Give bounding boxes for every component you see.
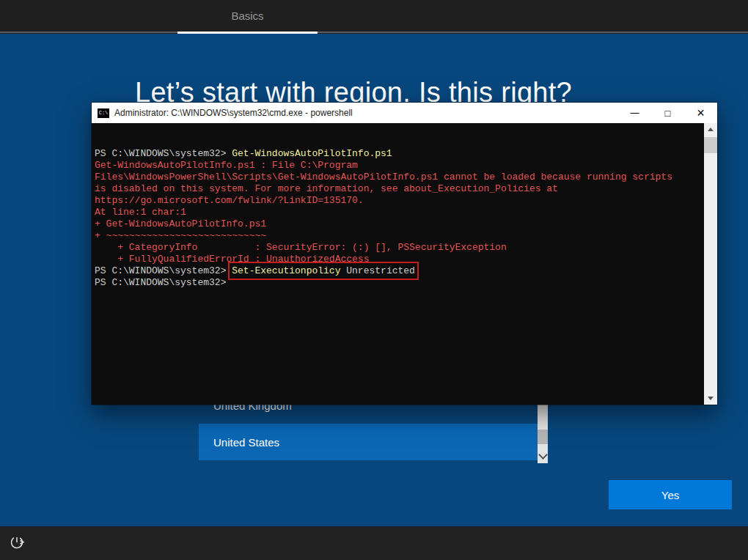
terminal-line: is disabled on this system. For more inf… (95, 183, 703, 195)
terminal-line: https://go.microsoft.com/fwlink/?LinkID=… (95, 195, 703, 207)
active-tab-indicator (177, 32, 318, 34)
terminal-screen[interactable]: PS C:\WINDOWS\system32> Get-WindowsAutoP… (92, 123, 717, 405)
yes-button-label: Yes (661, 489, 679, 501)
terminal-line: At line:1 char:1 (95, 207, 703, 218)
minimize-button[interactable]: — (618, 103, 651, 123)
ease-of-access-button[interactable] (8, 534, 26, 552)
annotation-red-box: Set-Executionpolicy Unrestricted (232, 265, 415, 276)
terminal-line: + ~~~~~~~~~~~~~~~~~~~~~~~~~~~~ (95, 230, 703, 242)
region-label: United States (213, 436, 279, 449)
scroll-up-icon[interactable] (708, 128, 714, 131)
window-controls: — □ × (618, 103, 717, 123)
region-list-scrollbar-thumb[interactable] (538, 430, 548, 444)
footer-bar (0, 526, 748, 560)
cmd-window-titlebar[interactable]: C:\ Administrator: C:\WINDOWS\system32\c… (92, 103, 717, 123)
terminal-scrollbar-thumb[interactable] (704, 137, 717, 153)
maximize-button[interactable]: □ (651, 103, 684, 123)
ease-of-access-icon (9, 534, 25, 550)
terminal-scrollbar[interactable] (704, 123, 717, 405)
terminal-line (95, 125, 703, 136)
cmd-window: C:\ Administrator: C:\WINDOWS\system32\c… (92, 103, 717, 405)
terminal-line (95, 136, 703, 148)
terminal-line: + CategoryInfo : SecurityError: (:) [], … (95, 242, 703, 254)
terminal-line: + Get-WindowsAutoPilotInfo.ps1 (95, 218, 703, 230)
scroll-down-icon[interactable] (708, 397, 714, 400)
close-button[interactable]: × (684, 103, 717, 123)
topbar-divider (0, 32, 748, 33)
terminal-line: PS C:\WINDOWS\system32> Set-Executionpol… (95, 265, 703, 277)
terminal-output: PS C:\WINDOWS\system32> Get-WindowsAutoP… (95, 125, 703, 289)
region-list-item[interactable]: United States (199, 424, 538, 460)
tab-basics-label: Basics (231, 10, 263, 22)
terminal-line: PS C:\WINDOWS\system32> Get-WindowsAutoP… (95, 148, 703, 160)
cmd-prompt-icon: C:\ (98, 108, 109, 118)
region-list-scrollbar[interactable] (538, 405, 548, 463)
terminal-line: + FullyQualifiedErrorId : UnauthorizedAc… (95, 254, 703, 265)
top-bar: Basics (0, 0, 748, 34)
terminal-line: Files\WindowsPowerShell\Scripts\Get-Wind… (95, 172, 703, 183)
cmd-window-title: Administrator: C:\WINDOWS\system32\cmd.e… (114, 108, 353, 118)
yes-button[interactable]: Yes (609, 480, 732, 509)
terminal-line: PS C:\WINDOWS\system32> (95, 277, 703, 289)
chevron-down-icon[interactable] (538, 450, 548, 460)
tab-basics[interactable]: Basics (177, 0, 318, 32)
terminal-line: Get-WindowsAutoPilotInfo.ps1 : File C:\P… (95, 160, 703, 172)
